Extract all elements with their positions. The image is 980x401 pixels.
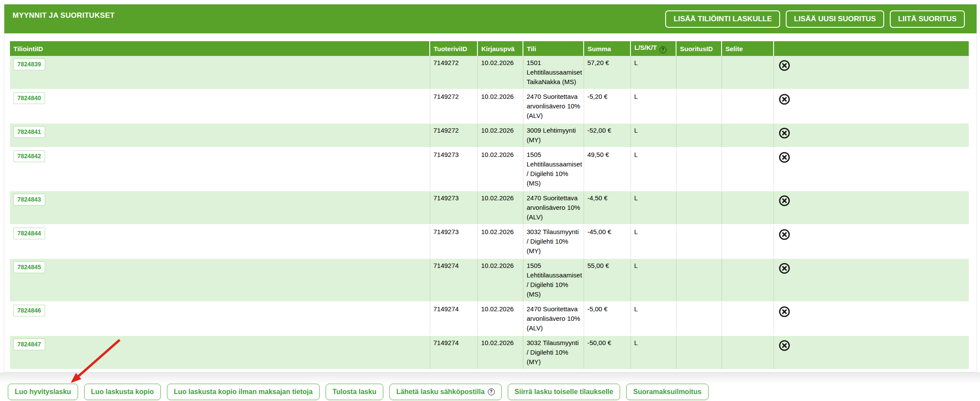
copy-invoice-button[interactable]: Luo laskusta kopio	[84, 384, 161, 400]
tiliointi-id-link[interactable]: 7824847	[13, 339, 45, 350]
table-row: 7824839714927210.02.20261501 Lehtitilaus…	[10, 56, 969, 89]
cell-tiliointi-id: 7824842	[10, 147, 430, 191]
direct-payment-notice-button[interactable]: Suoramaksuilmoitus	[626, 384, 708, 400]
table-row: 7824846714927410.02.20262470 Suoritettav…	[10, 302, 969, 336]
delete-row-icon[interactable]	[778, 93, 791, 105]
cell-tiliointi-id: 7824847	[10, 336, 430, 369]
cell-suoritus-id	[676, 56, 722, 89]
cell-actions	[774, 191, 969, 225]
cell-tili: 1505 Lehtitilaussaamiset / Digilehti 10%…	[523, 147, 584, 191]
table-row: 7824845714927410.02.20261505 Lehtitilaus…	[10, 258, 969, 302]
cell-tuoterivi-id: 7149273	[430, 147, 477, 191]
cell-suoritus-id	[676, 147, 722, 191]
cell-suoritus-id	[676, 225, 722, 258]
lskt-help-icon[interactable]: ?	[660, 46, 666, 53]
col-header-lskt: L/S/K/T?	[630, 41, 676, 56]
cell-tuoterivi-id: 7149274	[430, 302, 477, 336]
add-posting-to-invoice-button[interactable]: LISÄÄ TILIÖINTI LASKULLE	[665, 10, 780, 28]
cell-lskt: L	[630, 302, 676, 336]
tiliointi-id-link[interactable]: 7824846	[13, 305, 45, 316]
cell-tuoterivi-id: 7149272	[430, 89, 477, 123]
cell-suoritus-id	[676, 258, 722, 302]
cell-tiliointi-id: 7824843	[10, 191, 430, 225]
cell-summa: -45,00 €	[584, 225, 630, 258]
cell-selite	[722, 123, 774, 147]
cell-kirjauspva: 10.02.2026	[477, 258, 523, 302]
cell-tiliointi-id: 7824846	[10, 302, 430, 336]
cell-tili: 2470 Suoritettava arvonlisävero 10% (ALV…	[523, 89, 584, 123]
invoice-actions-toolbar: Luo hyvityslaskuLuo laskusta kopioLuo la…	[8, 384, 980, 400]
cell-actions	[774, 89, 969, 123]
footer-button-label: Suoramaksuilmoitus	[633, 388, 701, 396]
cell-actions	[774, 225, 969, 258]
cell-tili: 2470 Suoritettava arvonlisävero 10% (ALV…	[523, 191, 584, 225]
cell-kirjauspva: 10.02.2026	[477, 191, 523, 225]
attach-payment-button[interactable]: LIITÄ SUORITUS	[890, 10, 965, 28]
cell-tuoterivi-id: 7149273	[430, 225, 477, 258]
postings-table: TiliointiID TuoteriviID Kirjauspvä Tili …	[10, 41, 969, 369]
cell-actions	[774, 56, 969, 89]
cell-tiliointi-id: 7824839	[10, 56, 430, 89]
cell-tuoterivi-id: 7149274	[430, 258, 477, 302]
cell-tili: 3032 Tilausmyynti / Digilehti 10% (MY)	[523, 225, 584, 258]
col-header-tili: Tili	[523, 41, 584, 56]
delete-row-icon[interactable]	[778, 59, 791, 72]
cell-tili: 1501 Lehtitilaussaamiset TaikaNakka (MS)	[523, 56, 584, 89]
cell-actions	[774, 147, 969, 191]
create-credit-invoice-button[interactable]: Luo hyvityslasku	[8, 384, 78, 400]
cell-tuoterivi-id: 7149272	[430, 123, 477, 147]
col-header-suoritus-id: SuoritusID	[676, 41, 722, 56]
delete-row-icon[interactable]	[778, 127, 791, 139]
cell-lskt: L	[630, 123, 676, 147]
tiliointi-id-link[interactable]: 7824842	[13, 150, 45, 162]
delete-row-icon[interactable]	[778, 306, 791, 318]
cell-actions	[774, 302, 969, 336]
print-invoice-button[interactable]: Tulosta lasku	[326, 384, 383, 400]
tiliointi-id-link[interactable]: 7824841	[13, 126, 45, 138]
table-row: 7824840714927210.02.20262470 Suoritettav…	[10, 89, 969, 123]
footer-button-label: Luo laskusta kopio	[91, 388, 154, 396]
delete-row-icon[interactable]	[778, 195, 791, 207]
cell-actions	[774, 336, 969, 369]
col-header-actions	[774, 41, 969, 56]
tiliointi-id-link[interactable]: 7824840	[13, 92, 45, 104]
tiliointi-id-link[interactable]: 7824844	[13, 228, 45, 239]
cell-tili: 1505 Lehtitilaussaamiset / Digilehti 10%…	[523, 258, 584, 302]
delete-row-icon[interactable]	[778, 151, 791, 163]
cell-kirjauspva: 10.02.2026	[477, 336, 523, 369]
cell-actions	[774, 123, 969, 147]
cell-lskt: L	[630, 336, 676, 369]
cell-lskt: L	[630, 89, 676, 123]
col-header-tuoterivi-id: TuoteriviID	[430, 41, 477, 56]
cell-tiliointi-id: 7824845	[10, 258, 430, 302]
delete-row-icon[interactable]	[778, 228, 791, 241]
cell-suoritus-id	[676, 336, 722, 369]
cell-summa: -5,00 €	[584, 302, 630, 336]
cell-tiliointi-id: 7824841	[10, 123, 430, 147]
cell-tuoterivi-id: 7149273	[430, 191, 477, 225]
tiliointi-id-link[interactable]: 7824845	[13, 261, 45, 273]
delete-row-icon[interactable]	[778, 262, 791, 274]
cell-kirjauspva: 10.02.2026	[477, 147, 523, 191]
panel-bottom-shadow	[0, 372, 980, 384]
postings-table-wrap: TiliointiID TuoteriviID Kirjauspvä Tili …	[10, 41, 968, 369]
tiliointi-id-link[interactable]: 7824839	[13, 59, 45, 70]
add-new-payment-button[interactable]: LISÄÄ UUSI SUORITUS	[786, 10, 884, 28]
tiliointi-id-link[interactable]: 7824843	[13, 194, 45, 205]
footer-button-label: Lähetä lasku sähköpostilla	[396, 388, 485, 396]
cell-kirjauspva: 10.02.2026	[477, 123, 523, 147]
cell-selite	[722, 89, 774, 123]
cell-summa: -52,00 €	[584, 123, 630, 147]
cell-lskt: L	[630, 191, 676, 225]
page-title: MYYNNIT JA SUORITUKSET	[13, 11, 115, 20]
send-invoice-email-button[interactable]: Lähetä lasku sähköpostilla?	[389, 384, 502, 400]
cell-selite	[722, 147, 774, 191]
cell-summa: 57,20 €	[584, 56, 630, 89]
copy-invoice-without-payer-info-button[interactable]: Luo laskusta kopio ilman maksajan tietoj…	[167, 384, 320, 400]
cell-selite	[722, 336, 774, 369]
help-icon[interactable]: ?	[488, 388, 495, 395]
delete-row-icon[interactable]	[778, 339, 791, 352]
cell-suoritus-id	[676, 123, 722, 147]
cell-tiliointi-id: 7824840	[10, 89, 430, 123]
move-invoice-to-other-order-button[interactable]: Siirrä lasku toiselle tilaukselle	[508, 384, 621, 400]
